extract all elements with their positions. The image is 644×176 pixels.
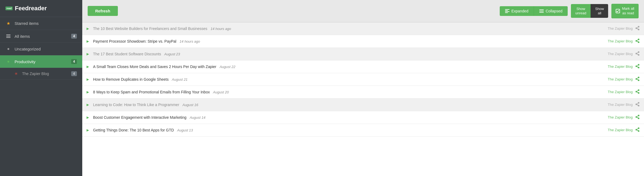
collapsed-label: Collapsed	[546, 9, 562, 13]
chevron-right-icon: ▶	[87, 27, 90, 31]
svg-rect-1	[6, 36, 11, 36]
sidebar-child-label: The Zapier Blog	[22, 72, 71, 76]
expanded-view-button[interactable]: Expanded	[500, 6, 534, 16]
share-icon[interactable]	[635, 51, 640, 57]
sidebar-item-label: Uncategorized	[15, 47, 77, 51]
feed-item[interactable]: ▶ 8 Ways to Keep Spam and Promotional Em…	[82, 86, 644, 99]
sidebar-child-count: 4	[71, 71, 77, 76]
share-icon[interactable]	[635, 77, 640, 82]
share-icon[interactable]	[635, 26, 640, 31]
feed-item-source[interactable]: The Zapier Blog	[600, 26, 633, 31]
feed-item[interactable]: ▶ Payment Processor Showdown: Stripe vs.…	[82, 35, 644, 48]
sidebar-item-uncategorized[interactable]: ● Uncategorized	[0, 43, 82, 55]
expanded-icon	[505, 9, 509, 13]
sidebar-child-zapier-blog[interactable]: ✳ The Zapier Blog 4	[0, 68, 82, 80]
svg-rect-6	[505, 12, 508, 13]
svg-rect-2	[6, 37, 11, 38]
feed-item-source[interactable]: The Zapier Blog	[600, 128, 633, 132]
feed-item-source[interactable]: The Zapier Blog	[600, 65, 633, 69]
show-toggle: Showunread Showall	[571, 4, 608, 18]
sidebar-item-count: 4	[71, 59, 77, 64]
feed-item-title: How to Remove Duplicates in Google Sheet…	[93, 77, 596, 82]
logo-text: Feedreader	[15, 5, 47, 12]
chevron-right-icon: ▶	[87, 116, 90, 119]
share-icon[interactable]	[635, 127, 640, 133]
svg-rect-9	[539, 12, 544, 13]
feed-item-date: August 22	[220, 65, 235, 69]
feed-item[interactable]: ▶ Getting Things Done: The 10 Best Apps …	[82, 124, 644, 137]
feed-item-title: Getting Things Done: The 10 Best Apps fo…	[93, 128, 596, 132]
svg-rect-8	[539, 11, 544, 11]
feed-item[interactable]: ▶ A Small Team Closes More Deals and Sav…	[82, 60, 644, 73]
sidebar-item-label: Starred items	[15, 21, 77, 26]
view-toggle: Expanded Collapsed	[500, 6, 568, 16]
logo-badge: read	[5, 6, 13, 10]
svg-rect-5	[505, 11, 509, 12]
sidebar: read Feedreader ★ Starred items All item…	[0, 0, 82, 176]
share-icon[interactable]	[635, 39, 640, 44]
feed-item-title: Payment Processor Showdown: Stripe vs. P…	[93, 39, 596, 43]
feed-item-title: 8 Ways to Keep Spam and Promotional Emai…	[93, 90, 596, 94]
feed-item-source[interactable]: The Zapier Blog	[600, 39, 633, 43]
feed-item[interactable]: ▶ Boost Customer Engagement with Interac…	[82, 111, 644, 124]
feed-item-source[interactable]: The Zapier Blog	[600, 77, 633, 81]
share-icon[interactable]	[635, 64, 640, 69]
chevron-right-icon: ▶	[87, 77, 90, 81]
expanded-label: Expanded	[511, 9, 528, 13]
feed-item-title: Boost Customer Engagement with Interacti…	[93, 115, 596, 120]
svg-rect-3	[505, 9, 509, 10]
feed-item-date: August 21	[172, 77, 188, 82]
feed-item-date: August 20	[213, 90, 229, 94]
circle-icon: ●	[5, 46, 11, 51]
feed-item-date: 14 hours ago	[180, 39, 200, 43]
show-all-button[interactable]: Showall	[591, 4, 608, 18]
share-icon[interactable]	[635, 115, 640, 120]
svg-rect-0	[6, 35, 11, 35]
star-icon: ★	[5, 21, 11, 26]
feed-item-date: 14 hours ago	[211, 27, 231, 31]
svg-rect-7	[539, 9, 544, 10]
feed-item-source[interactable]: The Zapier Blog	[600, 103, 633, 107]
chevron-right-icon: ▶	[87, 90, 90, 94]
feed-item-source[interactable]: The Zapier Blog	[600, 52, 633, 56]
feed-item[interactable]: ▶ The 10 Best Website Builders for Freel…	[82, 22, 644, 35]
chevron-right-icon: ▶	[87, 39, 90, 43]
collapsed-icon	[539, 9, 544, 13]
show-unread-button[interactable]: Showunread	[571, 4, 590, 18]
feed-item-source[interactable]: The Zapier Blog	[600, 90, 633, 94]
sidebar-item-count: 4	[71, 34, 77, 39]
feed-item-title: Learning to Code: How to Think Like a Pr…	[93, 103, 596, 107]
dot-icon: ●	[5, 59, 11, 64]
share-icon[interactable]	[635, 102, 640, 107]
show-unread-label: Showunread	[575, 7, 586, 15]
svg-rect-4	[505, 10, 508, 11]
show-all-label: Showall	[595, 7, 604, 15]
sidebar-item-label: Productivity	[15, 59, 71, 64]
feed-item-date: August 16	[182, 103, 198, 107]
mark-all-read-button[interactable]: Mark allas read	[611, 4, 639, 18]
sidebar-item-productivity[interactable]: ● Productivity 4	[0, 55, 82, 68]
chevron-right-icon: ▶	[87, 52, 90, 56]
feed-item[interactable]: ▶ Learning to Code: How to Think Like a …	[82, 99, 644, 111]
collapsed-view-button[interactable]: Collapsed	[534, 6, 568, 16]
feed-item-title: The 17 Best Student Software Discounts A…	[93, 52, 596, 56]
feed-item[interactable]: ▶ How to Remove Duplicates in Google She…	[82, 73, 644, 86]
feed-item[interactable]: ▶ The 17 Best Student Software Discounts…	[82, 48, 644, 60]
chevron-right-icon: ▶	[87, 128, 90, 132]
sidebar-item-starred[interactable]: ★ Starred items	[0, 17, 82, 30]
logo-area: read Feedreader	[0, 0, 82, 17]
share-icon[interactable]	[635, 89, 640, 95]
chevron-right-icon: ▶	[87, 65, 90, 69]
checkmark-icon	[616, 9, 620, 13]
main-content: Refresh Expanded Collapsed Showunread	[82, 0, 644, 176]
feed-item-date: August 14	[190, 116, 205, 120]
refresh-button[interactable]: Refresh	[88, 6, 118, 16]
feed-item-source[interactable]: The Zapier Blog	[600, 115, 633, 119]
feed-item-date: August 13	[177, 128, 193, 132]
sidebar-item-all[interactable]: All items 4	[0, 30, 82, 43]
toolbar: Refresh Expanded Collapsed Showunread	[82, 0, 644, 22]
sidebar-item-label: All items	[15, 34, 71, 39]
feed-item-title: The 10 Best Website Builders for Freelan…	[93, 26, 596, 31]
list-icon	[5, 34, 11, 38]
chevron-right-icon: ▶	[87, 103, 90, 107]
